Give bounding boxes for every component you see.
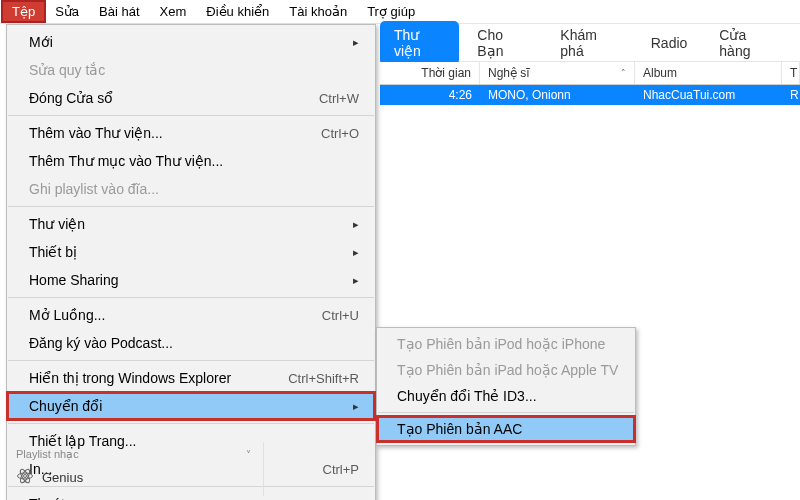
menuitem-convert-label: Chuyển đổi <box>29 398 102 414</box>
svg-point-0 <box>24 475 27 478</box>
submenu-arrow-icon: ▸ <box>353 400 359 413</box>
sidebar-section-label: Playlist nhạc <box>16 448 79 461</box>
menuitem-burn-playlist: Ghi playlist vào đĩa... <box>7 175 375 203</box>
col-artist-label: Nghệ sĩ <box>488 66 530 80</box>
sidebar-item-label: Genius <box>42 470 83 485</box>
tab-library[interactable]: Thư viện <box>380 21 459 65</box>
convert-submenu: Tạo Phiên bản iPod hoặc iPhone Tạo Phiên… <box>376 327 636 446</box>
submenu-ipod-label: Tạo Phiên bản iPod hoặc iPhone <box>397 336 605 352</box>
menuitem-add-folder[interactable]: Thêm Thư mục vào Thư viện... <box>7 147 375 175</box>
menuitem-show-in-explorer[interactable]: Hiển thị trong Windows Explorer Ctrl+Shi… <box>7 364 375 392</box>
menu-song[interactable]: Bài hát <box>89 1 149 22</box>
menu-edit[interactable]: Sửa <box>45 1 89 22</box>
menuitem-exit-label: Thoát <box>29 496 65 500</box>
col-artist[interactable]: Nghệ sĩ ˄ <box>480 62 635 84</box>
submenu-id3-label: Chuyển đổi Thẻ ID3... <box>397 388 537 404</box>
separator <box>8 423 374 424</box>
menuitem-new-label: Mới <box>29 34 53 50</box>
table-header: Thời gian Nghệ sĩ ˄ Album T <box>380 62 800 85</box>
menu-account[interactable]: Tài khoản <box>279 1 357 22</box>
sort-ascending-icon: ˄ <box>615 68 626 78</box>
genius-icon <box>16 467 34 488</box>
cell-artist: MONO, Onionn <box>480 88 635 102</box>
menuitem-add-folder-label: Thêm Thư mục vào Thư viện... <box>29 153 223 169</box>
menu-file[interactable]: Tệp <box>2 1 45 22</box>
menu-controls[interactable]: Điều khiển <box>196 1 279 22</box>
submenu-arrow-icon: ▸ <box>353 36 359 49</box>
menu-help[interactable]: Trợ giúp <box>357 1 425 22</box>
tab-radio[interactable]: Radio <box>637 29 702 57</box>
submenu-create-aac-version[interactable]: Tạo Phiên bản AAC <box>377 416 635 442</box>
col-duration[interactable]: Thời gian <box>380 62 480 84</box>
cell-duration: 4:26 <box>380 88 480 102</box>
menu-view[interactable]: Xem <box>150 1 197 22</box>
sidebar: Playlist nhạc ˅ Genius <box>4 442 264 496</box>
submenu-arrow-icon: ▸ <box>353 246 359 259</box>
col-last[interactable]: T <box>782 62 800 84</box>
svg-point-1 <box>18 473 33 479</box>
shortcut-print: Ctrl+P <box>323 462 359 477</box>
menuitem-convert[interactable]: Chuyển đổi ▸ <box>7 392 375 420</box>
submenu-arrow-icon: ▸ <box>353 274 359 287</box>
song-table: Thời gian Nghệ sĩ ˄ Album T 4:26 MONO, O… <box>380 62 800 105</box>
menuitem-home-sharing-label: Home Sharing <box>29 272 119 288</box>
submenu-ipod-version: Tạo Phiên bản iPod hoặc iPhone <box>377 331 635 357</box>
chevron-down-icon: ˅ <box>246 449 251 460</box>
submenu-ipad-label: Tạo Phiên bản iPad hoặc Apple TV <box>397 362 618 378</box>
col-album[interactable]: Album <box>635 62 782 84</box>
menuitem-library[interactable]: Thư viện ▸ <box>7 210 375 238</box>
menuitem-devices-label: Thiết bị <box>29 244 77 260</box>
submenu-aac-label: Tạo Phiên bản AAC <box>397 421 522 437</box>
submenu-ipad-version: Tạo Phiên bản iPad hoặc Apple TV <box>377 357 635 383</box>
separator <box>8 115 374 116</box>
menuitem-edit-rules-label: Sửa quy tắc <box>29 62 105 78</box>
menuitem-library-label: Thư viện <box>29 216 85 232</box>
menuitem-burn-label: Ghi playlist vào đĩa... <box>29 181 159 197</box>
menuitem-edit-rules: Sửa quy tắc <box>7 56 375 84</box>
menuitem-explorer-label: Hiển thị trong Windows Explorer <box>29 370 231 386</box>
menuitem-subscribe-podcast[interactable]: Đăng ký vào Podcast... <box>7 329 375 357</box>
separator <box>8 206 374 207</box>
shortcut-close: Ctrl+W <box>319 91 359 106</box>
separator <box>378 412 634 413</box>
sidebar-item-genius[interactable]: Genius <box>12 463 255 492</box>
menuitem-devices[interactable]: Thiết bị ▸ <box>7 238 375 266</box>
tab-store[interactable]: Cửa hàng <box>705 21 790 65</box>
shortcut-stream: Ctrl+U <box>322 308 359 323</box>
table-row[interactable]: 4:26 MONO, Onionn NhacCuaTui.com R <box>380 85 800 105</box>
separator <box>8 297 374 298</box>
cell-album: NhacCuaTui.com <box>635 88 782 102</box>
tab-for-you[interactable]: Cho Bạn <box>463 21 542 65</box>
separator <box>8 360 374 361</box>
shortcut-add: Ctrl+O <box>321 126 359 141</box>
menuitem-close-window[interactable]: Đóng Cửa sổ Ctrl+W <box>7 84 375 112</box>
sidebar-section-playlists[interactable]: Playlist nhạc ˅ <box>12 446 255 463</box>
menuitem-new[interactable]: Mới ▸ <box>7 28 375 56</box>
menuitem-podcast-label: Đăng ký vào Podcast... <box>29 335 173 351</box>
tab-browse[interactable]: Khám phá <box>546 21 632 65</box>
menuitem-home-sharing[interactable]: Home Sharing ▸ <box>7 266 375 294</box>
menuitem-add-to-library[interactable]: Thêm vào Thư viện... Ctrl+O <box>7 119 375 147</box>
menuitem-add-to-library-label: Thêm vào Thư viện... <box>29 125 163 141</box>
menuitem-open-stream[interactable]: Mở Luồng... Ctrl+U <box>7 301 375 329</box>
menuitem-close-window-label: Đóng Cửa sổ <box>29 90 113 106</box>
library-tabs: Thư viện Cho Bạn Khám phá Radio Cửa hàng <box>380 24 800 62</box>
menuitem-open-stream-label: Mở Luồng... <box>29 307 105 323</box>
cell-last: R <box>782 88 800 102</box>
submenu-arrow-icon: ▸ <box>353 218 359 231</box>
submenu-convert-id3[interactable]: Chuyển đổi Thẻ ID3... <box>377 383 635 409</box>
shortcut-explorer: Ctrl+Shift+R <box>288 371 359 386</box>
file-menu-dropdown: Mới ▸ Sửa quy tắc Đóng Cửa sổ Ctrl+W Thê… <box>6 24 376 500</box>
